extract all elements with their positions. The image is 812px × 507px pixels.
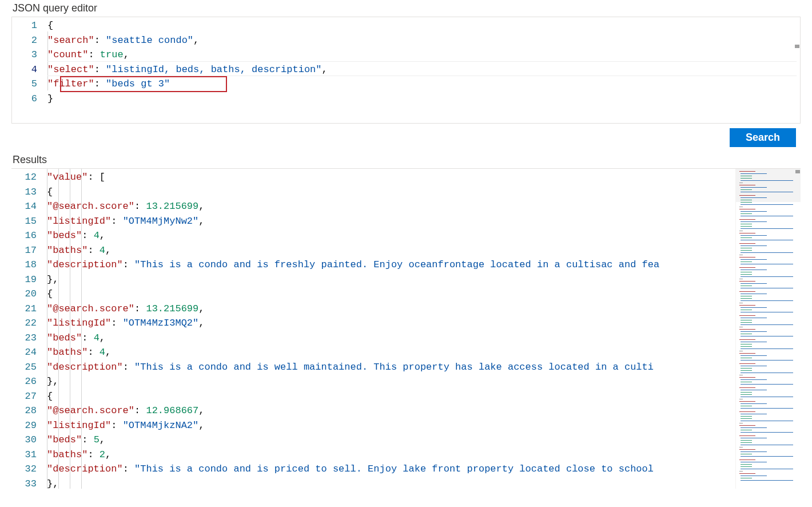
- minimap-line: [741, 300, 793, 301]
- minimap-line: [741, 298, 752, 299]
- code-line[interactable]: "select": "listingId, beds, baths, descr…: [47, 62, 800, 77]
- minimap-line: [741, 370, 752, 371]
- code-line[interactable]: },: [47, 477, 735, 489]
- code-line[interactable]: "baths": 2,: [47, 447, 735, 462]
- overview-ruler-mark: [795, 45, 799, 48]
- minimap-line: [741, 288, 793, 288]
- minimap-line: [741, 394, 752, 395]
- minimap-line: [741, 270, 767, 270]
- code-line[interactable]: },: [47, 272, 735, 287]
- code-line[interactable]: "listingId": "OTM4MjMyNw2",: [47, 214, 735, 229]
- minimap-line: [739, 315, 755, 316]
- query-code-area[interactable]: { "search": "seattle condo", "count": tr…: [47, 17, 800, 123]
- minimap-line: [739, 339, 755, 340]
- minimap-line: [741, 237, 752, 238]
- line-number: 21: [11, 302, 37, 316]
- code-line[interactable]: "filter": "beds gt 3": [47, 77, 800, 92]
- minimap-line: [741, 228, 793, 229]
- minimap-line: [739, 243, 755, 244]
- minimap-line: [739, 460, 755, 460]
- code-line[interactable]: "baths": 4,: [47, 345, 735, 360]
- line-number: 14: [11, 199, 37, 214]
- minimap-line: [739, 353, 755, 354]
- minimap-line: [739, 183, 743, 183]
- minimap-line: [741, 476, 767, 476]
- code-line[interactable]: "@search.score": 13.215699,: [47, 199, 735, 214]
- code-line[interactable]: {: [47, 18, 800, 33]
- minimap-line: [741, 283, 767, 284]
- query-gutter: 123456: [12, 17, 47, 123]
- line-number: 31: [11, 447, 37, 462]
- minimap-line: [741, 226, 752, 227]
- minimap-line: [739, 425, 755, 426]
- minimap-line: [739, 281, 755, 282]
- code-line[interactable]: "beds": 4,: [47, 228, 735, 243]
- code-line[interactable]: "listingId": "OTM4MjkzNA2",: [47, 418, 735, 433]
- minimap-line: [739, 399, 743, 399]
- minimap-line: [741, 454, 752, 454]
- minimap-line: [741, 397, 793, 397]
- minimap-line: [739, 171, 755, 172]
- line-number: 3: [12, 47, 37, 62]
- minimap-line: [741, 456, 793, 457]
- code-line[interactable]: "description": "This is a condo and is w…: [47, 360, 735, 375]
- minimap-line: [741, 408, 793, 409]
- minimap-line: [741, 403, 767, 404]
- line-number: 27: [11, 389, 37, 404]
- search-button[interactable]: Search: [730, 128, 796, 147]
- line-number: 2: [12, 33, 37, 48]
- line-number: 26: [11, 374, 37, 389]
- minimap[interactable]: [735, 169, 801, 489]
- code-line[interactable]: "listingId": "OTM4MzI3MQ2",: [47, 316, 735, 331]
- minimap-line: [741, 379, 767, 380]
- code-line[interactable]: "beds": 5,: [47, 433, 735, 447]
- minimap-line: [741, 213, 752, 214]
- minimap-line: [741, 382, 752, 382]
- minimap-line: [741, 262, 752, 262]
- code-line[interactable]: "@search.score": 13.215699,: [47, 302, 735, 316]
- code-line[interactable]: {: [47, 185, 735, 200]
- minimap-line: [741, 274, 752, 275]
- minimap-line: [739, 411, 755, 412]
- minimap-line: [741, 204, 793, 205]
- minimap-line: [741, 466, 752, 467]
- code-line[interactable]: "search": "seattle condo",: [47, 33, 800, 48]
- minimap-line: [741, 173, 767, 174]
- code-line[interactable]: "baths": 4,: [47, 243, 735, 258]
- minimap-line: [741, 312, 793, 312]
- minimap-line: [741, 384, 793, 385]
- code-line[interactable]: {: [47, 287, 735, 302]
- minimap-line: [741, 189, 752, 190]
- minimap-line: [739, 305, 755, 306]
- minimap-line: [741, 366, 767, 366]
- minimap-line: [741, 469, 793, 469]
- minimap-line: [739, 447, 743, 447]
- minimap-line: [741, 373, 793, 373]
- minimap-line: [739, 219, 755, 220]
- code-line[interactable]: "beds": 4,: [47, 331, 735, 346]
- code-line[interactable]: "value": [: [47, 170, 735, 185]
- minimap-line: [739, 435, 755, 436]
- results-code-area[interactable]: "value": [ { "@search.score": 13.215699,…: [47, 169, 735, 489]
- line-number: 33: [11, 477, 37, 489]
- minimap-line: [739, 233, 755, 233]
- minimap-line: [741, 235, 767, 236]
- minimap-line: [741, 180, 793, 181]
- minimap-line: [741, 286, 752, 286]
- code-line[interactable]: {: [47, 389, 735, 404]
- code-line[interactable]: "@search.score": 12.968667,: [47, 403, 735, 418]
- line-number: 18: [11, 258, 37, 272]
- json-query-editor[interactable]: 123456 { "search": "seattle condo", "cou…: [11, 17, 801, 124]
- code-line[interactable]: "count": true,: [47, 47, 800, 62]
- code-line[interactable]: "description": "This is a condo and is p…: [47, 462, 735, 477]
- minimap-line: [739, 185, 755, 185]
- minimap-line: [741, 390, 767, 390]
- code-line[interactable]: "description": "This is a condo and is f…: [47, 258, 735, 272]
- minimap-line: [741, 245, 767, 246]
- minimap-line: [741, 331, 767, 332]
- code-line[interactable]: }: [47, 92, 800, 106]
- line-number: 32: [11, 462, 37, 477]
- code-line[interactable]: },: [47, 374, 735, 389]
- results-viewer[interactable]: 1213141516171819202122232425262728293031…: [11, 168, 801, 489]
- minimap-line: [741, 178, 752, 179]
